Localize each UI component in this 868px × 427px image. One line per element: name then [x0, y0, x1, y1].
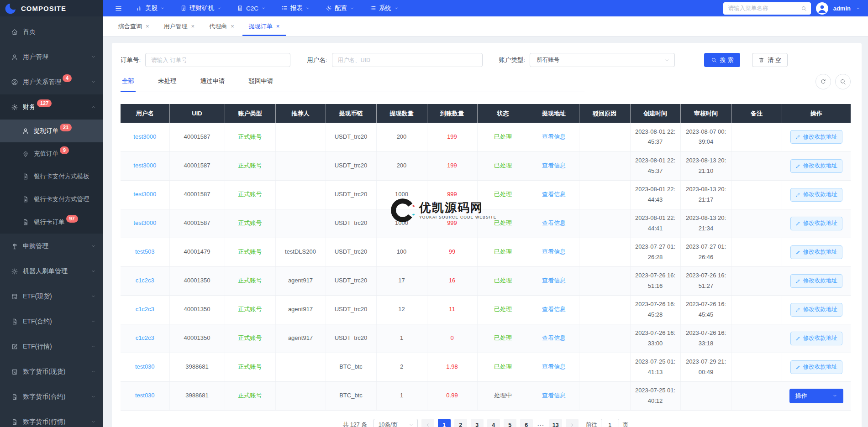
subtab-全部[interactable]: 全部 — [121, 76, 136, 92]
username-link[interactable]: test3000 — [133, 191, 156, 198]
menu-search-input[interactable] — [728, 5, 801, 11]
username-input[interactable] — [332, 53, 483, 67]
page-number-6[interactable]: 6 — [520, 419, 533, 427]
edit-payment-address-button[interactable]: 修改收款地址 — [790, 274, 842, 288]
view-address-link[interactable]: 查看信息 — [542, 191, 566, 198]
username-link[interactable]: test3000 — [133, 162, 156, 169]
sidebar-item-用户管理[interactable]: 用户管理 — [0, 44, 103, 69]
sidebar-item-ETF(合约)[interactable]: ETF(合约) — [0, 309, 103, 334]
page-number-3[interactable]: 3 — [471, 419, 484, 427]
edit-payment-address-button[interactable]: 修改收款地址 — [790, 332, 842, 345]
close-icon[interactable]: × — [191, 23, 195, 30]
edit-payment-address-button[interactable]: 修改收款地址 — [790, 159, 842, 173]
view-address-link[interactable]: 查看信息 — [542, 133, 566, 140]
shop-icon — [11, 368, 18, 375]
open-tab-代理商[interactable]: 代理商× — [202, 16, 242, 36]
fileSql-icon — [11, 418, 18, 426]
sidebar-item-首页[interactable]: 首页 — [0, 19, 103, 44]
top-menu-C2C[interactable]: C2C — [237, 5, 266, 12]
close-icon[interactable]: × — [146, 23, 149, 30]
sidebar-item-银行卡支付方式模板[interactable]: 银行卡支付方式模板 — [0, 165, 103, 188]
app-logo[interactable]: COMPOSITE — [0, 0, 103, 16]
subtab-通过申请[interactable]: 通过申请 — [199, 76, 226, 92]
top-menu-理财矿机[interactable]: 理财矿机 — [180, 4, 221, 12]
col-header-username: 用户名 — [121, 104, 169, 123]
page-size-select[interactable]: 10条/页 — [374, 419, 418, 427]
view-address-link[interactable]: 查看信息 — [542, 363, 566, 370]
prev-page-button[interactable] — [421, 419, 434, 427]
sidebar-item-数字货币(合约)[interactable]: 数字货币(合约) — [0, 384, 103, 409]
view-address-link[interactable]: 查看信息 — [542, 392, 566, 399]
edit-payment-address-button[interactable]: 修改收款地址 — [790, 303, 842, 317]
view-address-link[interactable]: 查看信息 — [542, 277, 566, 284]
main-area: 综合查询×用户管理×代理商×提现订单× 订单号: 用户名: 账户类型: — [103, 16, 868, 427]
table-search-button[interactable] — [835, 74, 851, 89]
sidebar-item-数字货币(现货)[interactable]: 数字货币(现货) — [0, 359, 103, 384]
view-address-link[interactable]: 查看信息 — [542, 219, 566, 226]
username-link[interactable]: test030 — [135, 392, 155, 399]
sidebar-item-银行卡订单[interactable]: 银行卡订单97 — [0, 211, 103, 234]
page-number-4[interactable]: 4 — [487, 419, 500, 427]
sidebar-item-银行卡支付方式管理[interactable]: 银行卡支付方式管理 — [0, 188, 103, 211]
page-number-1[interactable]: 1 — [438, 419, 451, 427]
open-tab-用户管理[interactable]: 用户管理× — [157, 16, 202, 36]
account-type-select[interactable]: 所有账号 — [530, 53, 675, 67]
username-link[interactable]: c1c2c3 — [136, 306, 154, 312]
review-time-cell: 2023-07-29 21:00:49 — [680, 353, 731, 381]
hamburger-menu-icon[interactable] — [115, 5, 122, 12]
sidebar-item-label: 数字货币(行情) — [23, 418, 65, 426]
page-number-2[interactable]: 2 — [454, 419, 467, 427]
sidebar-item-ETF(现货)[interactable]: ETF(现货) — [0, 284, 103, 309]
view-address-link[interactable]: 查看信息 — [542, 334, 566, 341]
search-button[interactable]: 搜 索 — [704, 53, 741, 67]
user-avatar[interactable] — [816, 2, 828, 15]
edit-payment-address-button[interactable]: 修改收款地址 — [790, 245, 842, 259]
edit-payment-address-button[interactable]: 修改收款地址 — [790, 130, 842, 144]
view-address-link[interactable]: 查看信息 — [542, 306, 566, 312]
view-address-link[interactable]: 查看信息 — [542, 162, 566, 169]
close-icon[interactable]: × — [276, 23, 280, 30]
sidebar-item-财务[interactable]: 财务127 — [0, 94, 103, 120]
page-number-13[interactable]: 13 — [549, 419, 562, 427]
page-number-5[interactable]: 5 — [504, 419, 516, 427]
goto-page-input[interactable] — [601, 419, 619, 427]
top-menu-报表[interactable]: 报表 — [281, 4, 310, 12]
top-menu-系统[interactable]: 系统 — [370, 4, 399, 12]
open-tab-综合查询[interactable]: 综合查询× — [111, 16, 157, 36]
username-label[interactable]: admin — [833, 5, 851, 12]
app-logo-text: COMPOSITE — [21, 5, 66, 12]
sidebar-item-机器人刷单管理[interactable]: 机器人刷单管理 — [0, 259, 103, 284]
view-address-link[interactable]: 查看信息 — [542, 248, 566, 255]
open-tab-提现订单[interactable]: 提现订单× — [242, 16, 287, 36]
action-dropdown-button[interactable]: 操作 — [789, 389, 843, 403]
edit-payment-address-button[interactable]: 修改收款地址 — [790, 188, 842, 202]
sidebar-item-提现订单[interactable]: 提现订单21 — [0, 120, 103, 142]
sidebar-item-申购管理[interactable]: 申购管理 — [0, 234, 103, 259]
username-link[interactable]: test503 — [135, 248, 155, 255]
search-icon[interactable] — [801, 5, 807, 11]
sidebar-item-label: ETF(现货) — [23, 292, 52, 301]
username-link[interactable]: test3000 — [133, 133, 156, 140]
subtab-未处理[interactable]: 未处理 — [157, 76, 178, 92]
order-no-input[interactable] — [145, 53, 290, 67]
edit-payment-address-button[interactable]: 修改收款地址 — [790, 360, 842, 374]
username-link[interactable]: test030 — [135, 363, 155, 370]
close-icon[interactable]: × — [231, 23, 234, 30]
top-menu-配置[interactable]: 配置 — [326, 4, 354, 12]
subtab-驳回申请[interactable]: 驳回申请 — [247, 76, 275, 92]
top-menu-美股[interactable]: 美股 — [136, 4, 165, 12]
refresh-button[interactable] — [815, 74, 831, 89]
user-menu-chevron-icon[interactable] — [856, 6, 861, 11]
sidebar-item-数字货币(行情)[interactable]: 数字货币(行情) — [0, 409, 103, 427]
sidebar-item-用户关系管理[interactable]: 用户关系管理4 — [0, 69, 103, 94]
row-action-cell: 修改收款地址 — [782, 238, 851, 266]
clear-button[interactable]: 清 空 — [752, 53, 788, 67]
sidebar-item-ETF(行情)[interactable]: ETF(行情) — [0, 334, 103, 359]
username-link[interactable]: c1c2c3 — [136, 334, 154, 341]
next-page-button[interactable] — [566, 419, 579, 427]
username-link[interactable]: test3000 — [133, 219, 156, 226]
username-link[interactable]: c1c2c3 — [136, 277, 154, 284]
edit-payment-address-button[interactable]: 修改收款地址 — [790, 217, 842, 230]
sidebar-item-充值订单[interactable]: 充值订单9 — [0, 142, 103, 165]
top-menu-bar: 美股理财矿机C2C报表配置系统 — [136, 4, 399, 12]
